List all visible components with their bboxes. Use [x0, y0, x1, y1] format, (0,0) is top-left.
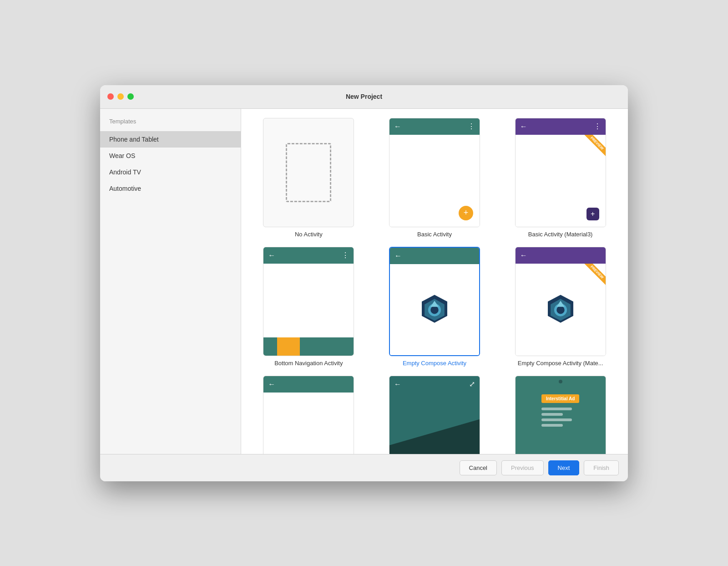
menu-icon-bottom: ⋮ [342, 251, 349, 260]
back-icon-m3: ← [520, 122, 527, 131]
template-thumb-empty-compose-m3: ← PREVIEW [515, 247, 606, 356]
dashed-rect [286, 143, 331, 202]
finish-button[interactable]: Finish [584, 460, 619, 475]
interstitial-line-4 [541, 424, 563, 427]
back-icon-compose-m3: ← [520, 251, 527, 260]
template-label-empty-compose: Empty Compose Activity [403, 360, 466, 367]
menu-icon: ⋮ [468, 122, 475, 131]
template-basic-activity[interactable]: ← ⋮ + Basic Activity [376, 118, 493, 238]
interstitial-line-1 [541, 408, 572, 410]
basic-m3-toolbar: ← ⋮ [516, 118, 606, 135]
template-thumb-bottom-nav: ← ⋮ [263, 247, 354, 356]
template-label-bottom-nav: Bottom Navigation Activity [274, 360, 343, 367]
basic-m3-body: PREVIEW + [516, 135, 606, 227]
interstitial-line-2 [541, 413, 563, 416]
template-basic-activity-m3[interactable]: ← ⋮ PREVIEW + Basic Activity (Material3) [502, 118, 619, 238]
sidebar-item-automotive[interactable]: Automotive [100, 180, 241, 197]
android-logo [419, 293, 450, 326]
next-button[interactable]: Next [548, 460, 580, 475]
minimize-button[interactable] [117, 93, 124, 100]
template-bottom-nav[interactable]: ← ⋮ Bottom Navigation Activity [250, 247, 367, 367]
fullscreen-toolbar: ← ⤢ [389, 376, 480, 393]
bottom-nav-active-item [277, 337, 300, 356]
interstitial-line-3 [541, 418, 572, 421]
traffic-lights [107, 93, 134, 100]
templates-grid: No Activity ← ⋮ + Basic Activity [250, 118, 619, 454]
preview-badge: PREVIEW [578, 135, 606, 162]
template-thumb-basic-activity: ← ⋮ + [389, 118, 480, 227]
back-icon-fullscreen: ← [394, 380, 401, 388]
interstitial-content: Interstitial Ad [541, 394, 580, 429]
menu-icon-m3: ⋮ [594, 122, 601, 131]
empty-compose-m3-body: PREVIEW [516, 264, 606, 356]
sidebar: Templates Phone and Tablet Wear OS Andro… [100, 109, 241, 454]
preview-text: PREVIEW [583, 135, 605, 157]
sidebar-item-wear-os[interactable]: Wear OS [100, 148, 241, 164]
empty-compose-m3-toolbar: ← [516, 247, 606, 264]
template-thumb-fullscreen: ← ⤢ [389, 376, 480, 454]
android-hex-icon [419, 293, 450, 325]
footer: Cancel Previous Next Finish [100, 454, 628, 481]
empty-activity-toolbar: ← [263, 376, 354, 393]
template-interstitial-ad[interactable]: Interstitial Ad Interstitial Ad [502, 376, 619, 454]
svg-point-8 [556, 306, 565, 314]
plus-button-m3: + [586, 208, 599, 220]
back-icon-empty: ← [268, 380, 275, 388]
title-bar: New Project [100, 85, 628, 109]
template-thumb-no-activity [263, 118, 354, 227]
maximize-button[interactable] [127, 93, 134, 100]
template-thumb-empty-activity: ← [263, 376, 354, 454]
bottom-nav-toolbar: ← ⋮ [263, 247, 354, 264]
android-hex-icon-m3 [545, 293, 576, 325]
bottom-nav-body [263, 264, 354, 356]
template-label-basic-m3: Basic Activity (Material3) [528, 231, 593, 238]
preview-badge-m3: PREVIEW [578, 264, 606, 291]
sidebar-item-android-tv[interactable]: Android TV [100, 164, 241, 180]
fullscreen-diagonal [389, 419, 480, 454]
template-no-activity[interactable]: No Activity [250, 118, 367, 238]
camera-dot [559, 380, 562, 383]
empty-activity-body [263, 393, 354, 454]
template-label-no-activity: No Activity [295, 231, 323, 238]
window-title: New Project [346, 93, 382, 100]
template-thumb-basic-m3: ← ⋮ PREVIEW + [515, 118, 606, 227]
template-thumb-empty-compose: ← [389, 247, 480, 356]
sidebar-item-phone-tablet[interactable]: Phone and Tablet [100, 131, 241, 148]
android-logo-m3 [545, 293, 576, 326]
main-content: Templates Phone and Tablet Wear OS Andro… [100, 109, 628, 454]
template-thumb-interstitial: Interstitial Ad [515, 376, 606, 454]
main-window: New Project Templates Phone and Tablet W… [100, 85, 628, 481]
svg-point-3 [430, 306, 439, 314]
fab-button: + [459, 206, 473, 220]
interstitial-lines [541, 408, 572, 427]
content-area[interactable]: No Activity ← ⋮ + Basic Activity [241, 109, 628, 454]
template-empty-activity[interactable]: ← Empty Activity [250, 376, 367, 454]
empty-compose-toolbar: ← [390, 248, 479, 264]
interstitial-ad-badge: Interstitial Ad [541, 394, 580, 403]
cancel-button[interactable]: Cancel [460, 460, 497, 475]
basic-activity-toolbar: ← ⋮ [389, 118, 480, 135]
template-label-empty-compose-m3: Empty Compose Activity (Mate... [518, 360, 603, 367]
basic-activity-body: + [389, 135, 480, 227]
template-empty-compose-m3[interactable]: ← PREVIEW [502, 247, 619, 367]
back-icon: ← [394, 122, 401, 131]
previous-button[interactable]: Previous [501, 460, 544, 475]
template-fullscreen[interactable]: ← ⤢ Fullscreen Activity [376, 376, 493, 454]
close-button[interactable] [107, 93, 114, 100]
template-label-basic-activity: Basic Activity [417, 231, 452, 238]
empty-compose-body [390, 264, 479, 355]
bottom-nav-bar [263, 337, 354, 356]
preview-text-m3: PREVIEW [583, 264, 605, 286]
sidebar-header: Templates [100, 118, 241, 131]
back-icon-compose: ← [394, 252, 402, 260]
template-empty-compose[interactable]: ← [376, 247, 493, 367]
back-icon-bottom: ← [268, 251, 275, 260]
expand-icon-fullscreen: ⤢ [469, 380, 475, 388]
